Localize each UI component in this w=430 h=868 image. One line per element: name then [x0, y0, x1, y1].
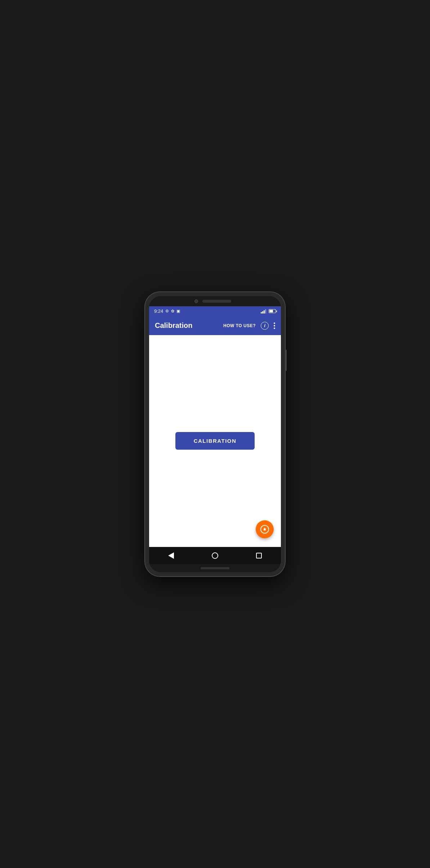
how-to-use-button[interactable]: HOW TO USE?: [223, 323, 256, 328]
status-right: [261, 309, 276, 313]
recent-icon: [256, 553, 262, 558]
nfc-icon: ▣: [176, 309, 180, 313]
notch-area: [149, 296, 281, 306]
home-button[interactable]: [208, 548, 222, 563]
phone-screen: 9:24 ⚙ ✿ ▣ Calibration HOW: [149, 296, 281, 572]
status-time: 9:24: [154, 308, 163, 314]
camera: [194, 299, 198, 303]
calibration-button[interactable]: CALIBRATION: [175, 432, 255, 450]
app-bar: Calibration HOW TO USE? i: [149, 316, 281, 335]
back-button[interactable]: [164, 548, 178, 563]
more-options-button[interactable]: [274, 322, 275, 329]
settings-icon: ⚙: [165, 309, 169, 313]
status-left: 9:24 ⚙ ✿ ▣: [154, 308, 180, 314]
app-bar-actions: HOW TO USE? i: [223, 322, 275, 330]
speaker-grille: [201, 567, 229, 569]
compass-needle-icon: [263, 528, 266, 531]
compass-icon: [260, 525, 269, 534]
back-icon: [168, 552, 174, 559]
compass-fab-button[interactable]: [256, 520, 274, 538]
battery-fill: [269, 310, 273, 312]
status-bar: 9:24 ⚙ ✿ ▣: [149, 306, 281, 316]
info-button[interactable]: i: [261, 322, 269, 330]
signal-bar-2: [262, 311, 263, 313]
signal-bar-1: [261, 312, 262, 313]
recent-apps-button[interactable]: [252, 548, 266, 563]
main-content: CALIBRATION: [149, 335, 281, 547]
home-icon: [212, 552, 218, 559]
signal-bar-4: [265, 309, 266, 313]
app-title: Calibration: [155, 321, 223, 330]
bottom-speaker: [149, 564, 281, 572]
accessibility-icon: ✿: [171, 309, 174, 313]
signal-bar-3: [264, 310, 265, 313]
phone-device: 9:24 ⚙ ✿ ▣ Calibration HOW: [145, 292, 285, 577]
earpiece-speaker: [202, 300, 231, 303]
signal-icon: [261, 309, 266, 313]
bottom-navigation-bar: [149, 547, 281, 564]
battery-icon: [269, 309, 276, 313]
